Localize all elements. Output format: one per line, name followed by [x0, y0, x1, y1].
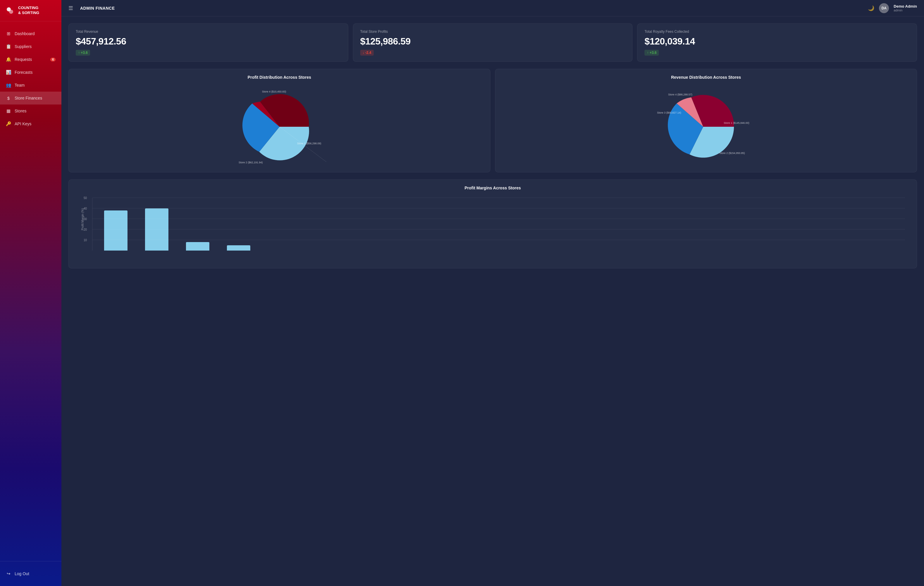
stat-card-total-royalty-fees: Total Royalty Fees Collected $120,039.14… — [637, 23, 917, 62]
revenue-pie-svg: Store 1 ($145,846.00) Store 2 ($154,950.… — [657, 84, 756, 166]
dashboard-icon: ⊞ — [6, 31, 11, 36]
sidebar-label-team: Team — [15, 83, 25, 88]
profit-store4-label: Store 4 ($10,450.83) — [262, 90, 286, 93]
revenue-pie-title: Revenue Distribution Across Stores — [501, 75, 911, 79]
sidebar-label-store-finances: Store Finances — [15, 96, 42, 100]
sidebar-item-requests[interactable]: 🔔 Requests 6 — [0, 53, 61, 66]
stats-row: Total Revenue $457,912.56 ↑ +3.6 Total S… — [68, 23, 917, 62]
ytick-50: 50 — [84, 196, 87, 200]
bar-group-1 — [104, 210, 127, 250]
sidebar-label-forecasts: Forecasts — [15, 70, 33, 74]
logout-icon: ↪ — [6, 571, 11, 576]
stat-value-total-royalty-fees: $120,039.14 — [645, 36, 910, 47]
sidebar-item-forecasts[interactable]: 📊 Forecasts — [0, 66, 61, 79]
header-right: 🌙 DA Demo Admin admin — [868, 3, 917, 13]
ytick-10: 10 — [84, 238, 87, 242]
sidebar-label-dashboard: Dashboard — [15, 31, 35, 36]
sidebar-label-suppliers: Suppliers — [15, 44, 31, 49]
store-finances-icon: $ — [6, 95, 11, 101]
bar-store1 — [104, 210, 127, 250]
main-content: ☰ ADMIN FINANCE 🌙 DA Demo Admin admin To… — [61, 0, 924, 586]
user-info: Demo Admin admin — [894, 4, 917, 12]
requests-icon: 🔔 — [6, 57, 11, 62]
stat-label-total-store-profits: Total Store Profits — [360, 30, 625, 34]
profit-pie-title: Profit Distribution Across Stores — [74, 75, 484, 79]
charts-row: Profit Distribution Across Stores — [68, 69, 917, 172]
bar-group-4 — [227, 245, 250, 250]
bar-store4 — [227, 245, 250, 250]
nav-bottom: ↪ Log Out — [0, 561, 61, 586]
rev-store2-label: Store 2 ($154,950.85) — [719, 152, 745, 154]
logo-icon — [5, 5, 15, 16]
stat-badge-total-store-profits: ↓ -2.4 — [360, 50, 374, 56]
revenue-pie-card: Revenue Distribution Across Stores — [495, 69, 917, 172]
sidebar-logo: COUNTING & SORTING — [0, 0, 61, 22]
stat-card-total-revenue: Total Revenue $457,912.56 ↑ +3.6 — [68, 23, 348, 62]
stat-badge-total-royalty-fees: ↑ +3.6 — [645, 50, 659, 56]
bars-container — [92, 198, 905, 250]
avatar: DA — [879, 3, 889, 13]
header: ☰ ADMIN FINANCE 🌙 DA Demo Admin admin — [61, 0, 924, 17]
stat-label-total-royalty-fees: Total Royalty Fees Collected — [645, 30, 910, 34]
sidebar-item-dashboard[interactable]: ⊞ Dashboard — [0, 27, 61, 40]
badge-requests: 6 — [50, 58, 56, 61]
hamburger-icon[interactable]: ☰ — [68, 5, 73, 12]
content-area: Total Revenue $457,912.56 ↑ +3.6 Total S… — [61, 17, 924, 586]
sidebar-label-stores: Stores — [15, 109, 26, 113]
sidebar-item-store-finances[interactable]: $ Store Finances — [0, 92, 61, 104]
user-name: Demo Admin — [894, 4, 917, 8]
forecasts-icon: 📊 — [6, 70, 11, 75]
sidebar-item-team[interactable]: 👥 Team — [0, 79, 61, 92]
sidebar-item-api-keys[interactable]: 🔑 API Keys — [0, 118, 61, 130]
bar-group-3 — [186, 242, 210, 250]
grid-line-10 — [92, 240, 905, 240]
grid-line-30 — [92, 219, 905, 219]
profit-pie-card: Profit Distribution Across Stores — [68, 69, 490, 172]
profit-store1-label: Store 1 ($56,298.09) — [297, 142, 321, 145]
grid-line-40 — [92, 208, 905, 209]
grid-line-20 — [92, 229, 905, 230]
profit-pie-svg: Store 1 ($56,298.09) Store 2 ($62,191.94… — [233, 84, 326, 166]
stat-value-total-store-profits: $125,986.59 — [360, 36, 625, 47]
sidebar-label-requests: Requests — [15, 57, 32, 62]
rev-store1-label: Store 1 ($145,846.00) — [724, 121, 749, 124]
svg-point-1 — [9, 10, 13, 14]
rev-store4-label: Store 4 ($88,288.57) — [668, 93, 692, 96]
bar-group-2 — [145, 209, 168, 250]
bar-chart-area: 10 20 30 40 50 — [92, 198, 905, 250]
bar-store3 — [186, 242, 210, 250]
team-icon: 👥 — [6, 83, 11, 88]
sidebar-item-logout-label: Log Out — [15, 571, 29, 576]
sidebar-item-stores[interactable]: ▦ Stores — [0, 104, 61, 118]
logo-text: COUNTING & SORTING — [18, 5, 39, 15]
profit-store2-label: Store 2 ($62,191.94) — [239, 161, 263, 164]
ytick-20: 20 — [84, 228, 87, 231]
moon-icon[interactable]: 🌙 — [868, 5, 874, 12]
ytick-30: 30 — [84, 217, 87, 221]
rev-store3-label: Store 3 ($68,827.14) — [657, 111, 681, 114]
nav-section: ⊞ Dashboard 📋 Suppliers 🔔 Requests 6 📊 F… — [0, 22, 61, 561]
sidebar-item-suppliers[interactable]: 📋 Suppliers — [0, 40, 61, 53]
stores-icon: ▦ — [6, 108, 11, 114]
header-title: ADMIN FINANCE — [80, 6, 115, 10]
bar-chart-card: Profit Margins Across Stores Profit Marg… — [68, 179, 917, 268]
bar-chart-title: Profit Margins Across Stores — [74, 185, 911, 190]
sidebar-item-logout[interactable]: ↪ Log Out — [0, 567, 61, 580]
api-keys-icon: 🔑 — [6, 121, 11, 126]
user-role: admin — [894, 8, 917, 12]
stat-label-total-revenue: Total Revenue — [76, 30, 341, 34]
revenue-pie-container: Store 1 ($145,846.00) Store 2 ($154,950.… — [501, 84, 911, 166]
bar-store2 — [145, 209, 168, 250]
sidebar-label-api-keys: API Keys — [15, 121, 31, 126]
profit-pie-container: Store 1 ($56,298.09) Store 2 ($62,191.94… — [74, 84, 484, 166]
stat-card-total-store-profits: Total Store Profits $125,986.59 ↓ -2.4 — [353, 23, 633, 62]
stat-badge-total-revenue: ↑ +3.6 — [76, 50, 90, 56]
sidebar: COUNTING & SORTING ⊞ Dashboard 📋 Supplie… — [0, 0, 61, 586]
suppliers-icon: 📋 — [6, 44, 11, 49]
ytick-40: 40 — [84, 207, 87, 210]
stat-value-total-revenue: $457,912.56 — [76, 36, 341, 47]
